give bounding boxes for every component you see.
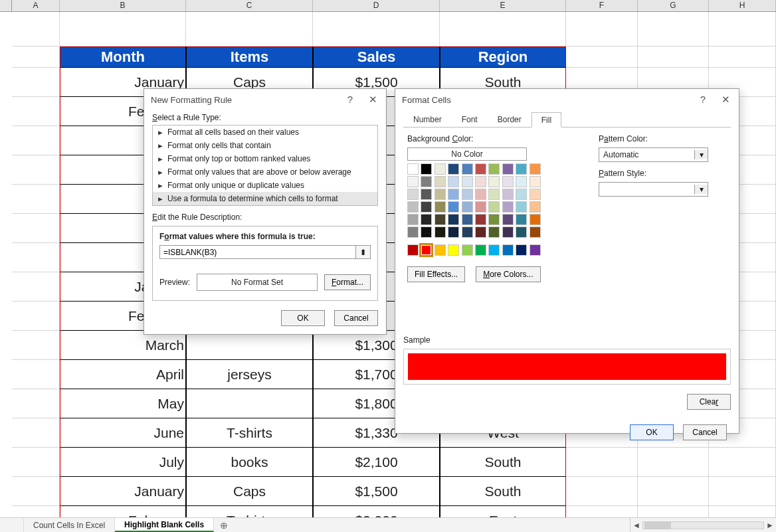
more-colors-button[interactable]: More Colors... (476, 266, 540, 282)
color-swatch[interactable] (488, 214, 500, 225)
color-swatch[interactable] (475, 244, 486, 256)
header-month[interactable]: Month (60, 46, 186, 68)
color-swatch[interactable] (475, 189, 486, 200)
color-swatch[interactable] (407, 201, 419, 213)
rule-ok-button[interactable]: OK (281, 310, 325, 326)
scroll-left-icon[interactable]: ◄ (630, 521, 642, 530)
chevron-down-icon[interactable]: ▾ (694, 185, 708, 194)
color-swatch[interactable] (516, 201, 527, 213)
color-swatch[interactable] (530, 176, 541, 187)
cell-month[interactable]: June (60, 418, 186, 448)
tab-number[interactable]: Number (403, 112, 452, 127)
horizontal-scrollbar[interactable]: ◄ ► (630, 518, 776, 532)
cell-month[interactable]: March (60, 331, 186, 360)
color-swatch[interactable] (502, 176, 514, 187)
color-swatch[interactable] (475, 163, 486, 175)
col-header-H[interactable]: H (709, 0, 776, 11)
color-swatch[interactable] (407, 163, 419, 175)
color-swatch[interactable] (407, 244, 419, 256)
rule-cancel-button[interactable]: Cancel (334, 310, 378, 326)
color-swatch[interactable] (530, 189, 541, 200)
fill-effects-button[interactable]: Fill Effects... (407, 266, 465, 282)
help-button[interactable]: ? (343, 94, 357, 106)
color-swatch[interactable] (448, 176, 459, 187)
color-swatch[interactable] (462, 214, 473, 225)
color-swatch[interactable] (516, 176, 527, 187)
format-button[interactable]: Format... (324, 274, 371, 290)
rule-type-list[interactable]: ►Format all cells based on their values … (152, 125, 378, 206)
cell-region[interactable]: South (440, 477, 566, 506)
formula-input[interactable] (159, 245, 356, 259)
rule-type-item[interactable]: ►Format all cells based on their values (153, 126, 377, 139)
color-swatch[interactable] (516, 226, 527, 238)
color-swatch[interactable] (488, 244, 500, 256)
color-swatch[interactable] (516, 163, 527, 175)
format-ok-button[interactable]: OK (630, 424, 674, 440)
color-swatch[interactable] (488, 176, 500, 187)
color-swatch[interactable] (407, 226, 419, 238)
color-swatch[interactable] (475, 176, 486, 187)
color-swatch[interactable] (421, 214, 432, 225)
color-swatch[interactable] (488, 163, 500, 175)
color-swatch[interactable] (435, 201, 446, 213)
color-swatch[interactable] (435, 226, 446, 238)
color-swatch[interactable] (502, 226, 514, 238)
color-swatch[interactable] (530, 163, 541, 175)
color-swatch[interactable] (407, 176, 419, 187)
color-swatch[interactable] (462, 189, 473, 200)
color-swatch[interactable] (475, 201, 486, 213)
cell-sales[interactable]: $1,500 (313, 477, 440, 506)
color-swatch[interactable] (435, 176, 446, 187)
color-swatch[interactable] (516, 189, 527, 200)
range-picker-icon[interactable]: 🠭 (356, 245, 371, 259)
rule-type-item[interactable]: ►Format only cells that contain (153, 139, 377, 152)
color-swatch[interactable] (462, 176, 473, 187)
color-swatch[interactable] (421, 189, 432, 200)
cell-month[interactable]: May (60, 389, 186, 418)
tab-border[interactable]: Border (488, 112, 532, 127)
color-swatch[interactable] (462, 226, 473, 238)
color-swatch[interactable] (530, 244, 541, 256)
color-swatch[interactable] (502, 244, 514, 256)
cell-month[interactable]: January (60, 477, 186, 506)
col-header-A[interactable]: A (12, 0, 60, 11)
color-swatch[interactable] (530, 214, 541, 225)
help-button[interactable]: ? (696, 94, 710, 106)
pattern-color-combo[interactable]: Automatic ▾ (599, 147, 708, 162)
col-header-G[interactable]: G (638, 0, 709, 11)
pattern-style-combo[interactable]: ▾ (599, 182, 708, 197)
color-swatch[interactable] (502, 214, 514, 225)
color-swatch[interactable] (435, 214, 446, 225)
cell-items[interactable]: Caps (186, 477, 313, 506)
color-swatch[interactable] (448, 214, 459, 225)
color-swatch[interactable] (407, 189, 419, 200)
color-swatch[interactable] (421, 226, 432, 238)
color-swatch[interactable] (448, 201, 459, 213)
cell-region[interactable]: South (440, 448, 566, 477)
color-swatch[interactable] (421, 201, 432, 213)
color-swatch[interactable] (448, 244, 459, 256)
color-swatch[interactable] (421, 163, 432, 175)
cell-items[interactable]: jerseys (186, 360, 313, 389)
rule-type-item[interactable]: ►Format only unique or duplicate values (153, 179, 377, 192)
cell-items[interactable] (186, 331, 313, 360)
color-swatch[interactable] (475, 226, 486, 238)
rule-type-item[interactable]: ►Format only top or bottom ranked values (153, 152, 377, 165)
col-header-C[interactable]: C (186, 0, 313, 11)
color-swatch[interactable] (435, 189, 446, 200)
format-cancel-button[interactable]: Cancel (683, 424, 727, 440)
color-swatch[interactable] (448, 189, 459, 200)
select-all-corner[interactable] (0, 0, 12, 11)
color-swatch[interactable] (502, 163, 514, 175)
cell-month[interactable]: July (60, 448, 186, 477)
color-swatch[interactable] (448, 226, 459, 238)
chevron-down-icon[interactable]: ▾ (694, 150, 708, 159)
sheet-tab-count-cells[interactable]: Count Cells In Excel (24, 518, 115, 532)
header-sales[interactable]: Sales (313, 46, 440, 68)
clear-button[interactable]: Clear (687, 394, 731, 410)
scroll-right-icon[interactable]: ► (764, 521, 776, 530)
rule-type-item[interactable]: ►Format only values that are above or be… (153, 165, 377, 179)
color-swatch[interactable] (421, 244, 432, 256)
col-header-E[interactable]: E (440, 0, 566, 11)
color-swatch[interactable] (488, 189, 500, 200)
